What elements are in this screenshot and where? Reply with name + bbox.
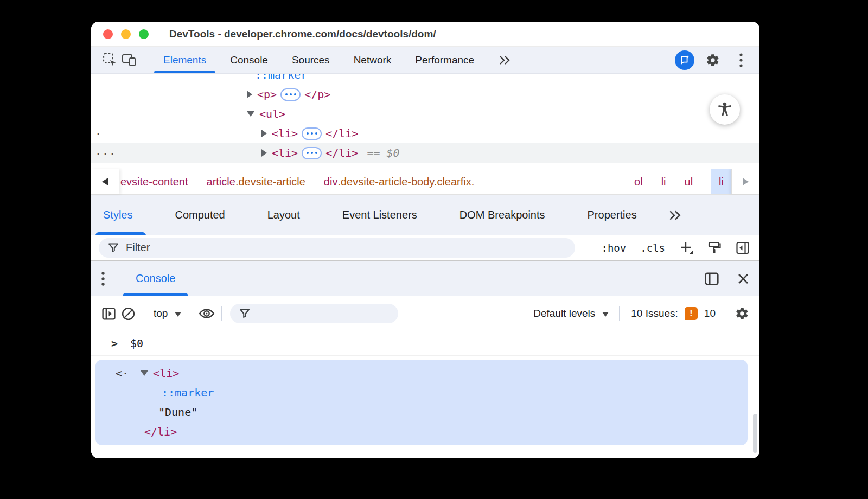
dom-row-li-2-selected[interactable]: ... <li> </li> == $0	[91, 143, 760, 163]
disclosure-triangle-icon[interactable]	[141, 370, 148, 376]
collapse-pane-button[interactable]	[736, 241, 750, 255]
console-filter-input[interactable]	[257, 308, 390, 320]
console-result-highlighted[interactable]: <· <li> ::marker "Dune" </li>	[95, 360, 748, 445]
result-pseudo-element: ::marker	[162, 386, 214, 399]
collapsed-content-pill[interactable]	[302, 127, 322, 140]
traffic-lights	[103, 29, 149, 39]
menu-button[interactable]	[731, 50, 751, 70]
scrollbar-thumb[interactable]	[753, 414, 757, 453]
live-expression-button[interactable]	[197, 304, 216, 323]
breadcrumb-scroll-right-button[interactable]	[731, 169, 760, 194]
tab-dom-breakpoints[interactable]: DOM Breakpoints	[438, 195, 566, 235]
gutter-mark: ...	[95, 144, 116, 157]
drawer-menu-button[interactable]	[101, 261, 105, 296]
dom-row-p[interactable]: <p> </p>	[91, 85, 760, 104]
tab-performance[interactable]: Performance	[403, 47, 486, 73]
log-levels-selector[interactable]: Default levels	[528, 308, 614, 319]
console-sidebar-toggle-button[interactable]	[99, 304, 118, 323]
styles-filter-field[interactable]	[99, 238, 575, 258]
main-toolbar: Elements Console Sources Network Perform…	[91, 47, 760, 74]
tab-event-listeners[interactable]: Event Listeners	[321, 195, 438, 235]
minimize-window-button[interactable]	[121, 29, 131, 39]
issues-badge-icon: !	[685, 307, 698, 320]
dom-row-marker[interactable]: ::marker	[91, 74, 760, 85]
toolbar-divider	[661, 53, 661, 67]
more-tabs-button[interactable]	[486, 47, 523, 73]
accessibility-fab-button[interactable]	[710, 94, 740, 125]
close-drawer-button[interactable]	[737, 272, 750, 285]
crumb-article[interactable]: article.devsite-article	[207, 169, 305, 194]
console-input-echo: > $0	[91, 331, 760, 356]
styles-filter-input[interactable]	[126, 241, 566, 254]
collapsed-content-pill[interactable]	[302, 147, 322, 159]
toolbar-divider	[192, 306, 192, 321]
tag-close: </li>	[326, 146, 358, 159]
accessibility-person-icon	[717, 101, 733, 118]
gear-icon	[706, 53, 720, 67]
console-drawer-header: Console	[91, 260, 760, 296]
crumb-devsite-content[interactable]: evsite-content	[120, 169, 188, 194]
gear-icon	[735, 306, 749, 321]
tab-network[interactable]: Network	[342, 47, 404, 73]
rendering-emulation-button[interactable]	[707, 241, 722, 255]
breadcrumb-scroll-left-button[interactable]	[91, 169, 119, 194]
disclosure-triangle-icon[interactable]	[247, 91, 252, 98]
console-settings-button[interactable]	[732, 304, 752, 323]
collapse-panel-icon	[736, 241, 750, 255]
ai-assistance-button[interactable]	[675, 50, 694, 70]
tag-close: </p>	[304, 88, 330, 101]
circle-slash-icon	[121, 306, 136, 321]
dom-row-ul[interactable]: <ul>	[91, 104, 760, 124]
inspect-element-button[interactable]	[100, 50, 119, 70]
split-console-button[interactable]	[704, 272, 719, 286]
tag-open: <p>	[257, 88, 277, 101]
crumb-li-selected[interactable]: li	[711, 169, 731, 194]
execution-context-selector[interactable]: top	[148, 308, 187, 319]
console-echo-expression: $0	[130, 337, 143, 350]
device-toolbar-button[interactable]	[119, 50, 139, 70]
disclosure-triangle-icon[interactable]	[261, 130, 267, 137]
funnel-icon	[239, 308, 251, 319]
element-classes-button[interactable]: .cls	[640, 242, 665, 254]
more-panes-button[interactable]	[658, 195, 692, 235]
elements-dom-tree: ::marker <p> </p> <ul> . <li> </li> ... …	[91, 74, 760, 169]
tab-styles[interactable]: Styles	[91, 195, 154, 235]
tag-close: </li>	[326, 127, 358, 140]
issues-counter[interactable]: 10 Issues: ! 10	[624, 307, 722, 320]
sidebar-panel-icon	[101, 307, 116, 321]
drawer-tab-console[interactable]: Console	[136, 261, 175, 296]
tab-sources[interactable]: Sources	[280, 47, 342, 73]
toolbar-right-cluster	[656, 50, 751, 70]
crumb-ul[interactable]: ul	[685, 169, 693, 194]
dom-row-li-1[interactable]: . <li> </li>	[91, 124, 760, 143]
tab-properties[interactable]: Properties	[566, 195, 658, 235]
tab-console[interactable]: Console	[218, 47, 280, 73]
zoom-window-button[interactable]	[139, 29, 149, 39]
breadcrumb: evsite-content article.devsite-article d…	[91, 169, 760, 195]
tag-open: <li>	[272, 146, 298, 159]
settings-button[interactable]	[703, 50, 723, 70]
window-title: DevTools - developer.chrome.com/docs/dev…	[169, 28, 436, 40]
result-tag-close: </li>	[144, 425, 177, 438]
collapsed-content-pill[interactable]	[280, 88, 301, 101]
panel-tabs: Elements Console Sources Network Perform…	[151, 47, 523, 73]
breadcrumb-list: evsite-content article.devsite-article d…	[119, 169, 731, 194]
crumb-div[interactable]: div.devsite-article-body.clearfix.	[324, 169, 475, 194]
device-toolbar-icon	[122, 53, 137, 67]
console-toolbar-right: Default levels 10 Issues: ! 10	[528, 304, 752, 323]
crumb-ol[interactable]: ol	[634, 169, 643, 194]
tab-layout[interactable]: Layout	[246, 195, 321, 235]
toolbar-divider	[143, 306, 143, 321]
console-filter-field[interactable]	[230, 304, 398, 323]
toggle-element-state-button[interactable]: :hov	[601, 242, 626, 254]
disclosure-triangle-icon[interactable]	[261, 149, 267, 157]
disclosure-triangle-icon[interactable]	[247, 111, 254, 117]
paint-roller-icon	[707, 241, 722, 255]
crumb-li[interactable]: li	[661, 169, 666, 194]
clear-console-button[interactable]	[118, 304, 138, 323]
tab-computed[interactable]: Computed	[154, 195, 246, 235]
tab-elements[interactable]: Elements	[151, 47, 218, 73]
new-style-rule-button[interactable]	[679, 241, 693, 255]
chevron-down-icon	[175, 312, 181, 317]
close-window-button[interactable]	[103, 29, 113, 39]
